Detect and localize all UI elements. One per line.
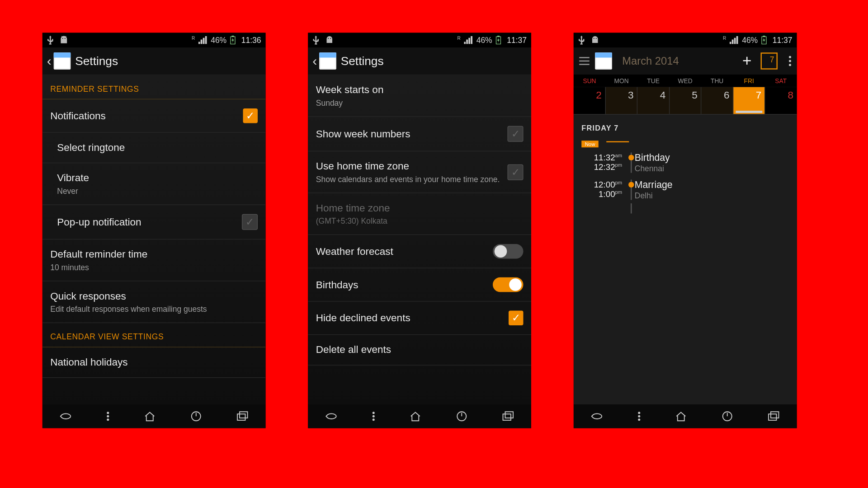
calendar-app-icon[interactable]: [54, 52, 71, 70]
dow-fri: FRI: [733, 75, 765, 87]
week-dow-header: SUN MON TUE WED THU FRI SAT: [574, 75, 797, 87]
event-timeline-marker: [628, 180, 635, 200]
nav-menu-icon[interactable]: [106, 411, 110, 422]
event-location: Delhi: [635, 191, 673, 200]
today-button[interactable]: 7: [761, 52, 778, 70]
date-cell-tue[interactable]: 4: [637, 87, 669, 114]
switch-weather[interactable]: [493, 244, 524, 259]
nav-recent-icon[interactable]: [767, 411, 780, 422]
svg-point-16: [373, 418, 375, 421]
add-event-icon[interactable]: +: [742, 52, 751, 70]
checkbox-week-numbers[interactable]: ✓: [508, 126, 524, 142]
battery-percent: 46%: [742, 36, 758, 45]
row-national-holidays[interactable]: National holidays: [42, 347, 266, 378]
svg-rect-3: [231, 36, 234, 37]
nav-home-icon[interactable]: [675, 411, 688, 422]
date-cell-fri-today[interactable]: 7: [733, 87, 765, 114]
settings-list: REMINDER SETTINGS Notifications ✓ Select…: [42, 75, 266, 404]
nav-home-icon[interactable]: [144, 411, 156, 422]
svg-point-5: [107, 415, 109, 418]
nav-menu-icon[interactable]: [372, 411, 375, 422]
nav-back-icon[interactable]: [325, 412, 338, 421]
calendar-week-view: SUN MON TUE WED THU FRI SAT 2 3 4 5 6 7 …: [574, 75, 797, 404]
status-bar: R 46% 11:37: [574, 33, 797, 48]
date-cell-wed[interactable]: 5: [669, 87, 701, 114]
dow-sun: SUN: [574, 75, 606, 87]
drawer-icon[interactable]: [579, 57, 590, 65]
row-hide-declined[interactable]: Hide declined events ✓: [308, 302, 531, 335]
row-quick-responses[interactable]: Quick responses Edit default responses w…: [42, 282, 266, 324]
nav-bar: [42, 404, 266, 428]
nav-back-icon[interactable]: [60, 412, 72, 421]
section-reminder-settings: REMINDER SETTINGS: [42, 75, 266, 99]
svg-rect-23: [763, 36, 765, 37]
android-icon: [325, 36, 334, 45]
svg-rect-29: [771, 412, 779, 418]
checkbox-notifications[interactable]: ✓: [243, 108, 258, 123]
row-birthdays[interactable]: Birthdays: [308, 268, 531, 302]
row-week-starts[interactable]: Week starts on Sunday: [308, 75, 531, 117]
action-bar: ‹ Settings: [42, 47, 266, 75]
screenshot-2: R 46% 11:37 ‹ Settings Week starts on Su…: [308, 33, 531, 428]
row-popup-notification[interactable]: Pop-up notification ✓: [42, 205, 266, 239]
svg-point-10: [328, 38, 329, 39]
screenshot-1: R 46% 11:36 ‹ Settings REMINDER SETTINGS…: [42, 33, 266, 428]
calendar-app-icon[interactable]: [595, 52, 612, 70]
row-default-reminder[interactable]: Default reminder time 10 minutes: [42, 239, 266, 282]
dow-tue: TUE: [637, 75, 670, 87]
row-delete-all-events[interactable]: Delete all events: [308, 335, 531, 366]
nav-menu-icon[interactable]: [637, 411, 641, 422]
week-dates-row: 2 3 4 5 6 7 8: [574, 87, 797, 115]
svg-point-25: [638, 415, 640, 418]
usb-icon: [47, 36, 54, 45]
overflow-menu-icon[interactable]: [789, 56, 791, 66]
row-select-ringtone[interactable]: Select ringtone: [42, 133, 266, 164]
row-weather-forecast[interactable]: Weather forecast: [308, 235, 531, 268]
nav-bar: [308, 404, 531, 428]
signal-icon: [464, 36, 473, 44]
agenda-event[interactable]: 11:32am12:32pmBirthdayChennai: [574, 149, 797, 176]
signal-icon: [730, 36, 739, 44]
date-cell-sun[interactable]: 2: [574, 87, 605, 114]
nav-power-icon[interactable]: [722, 411, 733, 422]
dow-sat: SAT: [765, 75, 797, 87]
back-icon[interactable]: ‹: [46, 53, 52, 69]
settings-list: Week starts on Sunday Show week numbers …: [308, 75, 531, 404]
row-notifications[interactable]: Notifications ✓: [42, 99, 266, 133]
nav-power-icon[interactable]: [190, 411, 202, 422]
checkbox-home-tz[interactable]: ✓: [508, 164, 524, 180]
date-cell-sat[interactable]: 8: [765, 87, 797, 114]
nav-recent-icon[interactable]: [502, 411, 514, 422]
svg-rect-9: [240, 412, 248, 418]
svg-point-0: [62, 38, 63, 39]
status-bar: R 46% 11:37: [308, 33, 531, 48]
month-title[interactable]: March 2014: [622, 55, 736, 67]
svg-rect-8: [237, 414, 245, 420]
svg-point-26: [638, 418, 640, 421]
status-bar: R 46% 11:36: [42, 33, 266, 48]
battery-percent: 46%: [211, 36, 226, 45]
nav-recent-icon[interactable]: [236, 411, 249, 422]
status-clock: 11:36: [241, 36, 261, 45]
svg-point-20: [594, 38, 594, 39]
screenshot-3: R 46% 11:37 March 2014 + 7 SUN MON TUE W…: [574, 33, 797, 428]
event-title: Marriage: [635, 180, 673, 191]
row-use-home-tz[interactable]: Use home time zone Show calendars and ev…: [308, 151, 531, 193]
date-cell-thu[interactable]: 6: [701, 87, 733, 114]
screen-title: Settings: [75, 54, 118, 68]
nav-power-icon[interactable]: [456, 411, 467, 422]
switch-birthdays[interactable]: [493, 277, 524, 292]
svg-point-6: [107, 418, 109, 421]
row-vibrate[interactable]: Vibrate Never: [42, 163, 266, 205]
agenda-event[interactable]: 12:00pm1:00pmMarriageDelhi: [574, 176, 797, 203]
calendar-app-icon[interactable]: [319, 52, 336, 70]
checkbox-popup[interactable]: ✓: [242, 214, 258, 230]
row-show-week-numbers[interactable]: Show week numbers ✓: [308, 117, 531, 151]
nav-back-icon[interactable]: [591, 412, 604, 421]
back-icon[interactable]: ‹: [311, 53, 318, 69]
checkbox-hide-declined[interactable]: ✓: [509, 311, 524, 326]
status-clock: 11:37: [773, 36, 793, 45]
event-times: 11:32am12:32pm: [581, 153, 628, 173]
nav-home-icon[interactable]: [410, 411, 422, 422]
date-cell-mon[interactable]: 3: [605, 87, 637, 114]
